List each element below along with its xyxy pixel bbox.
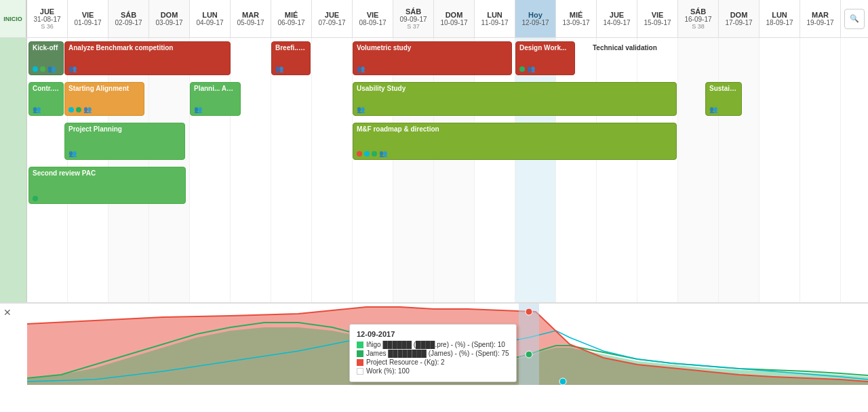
dot-green xyxy=(372,151,377,157)
task-bottom: 👥 xyxy=(275,65,307,73)
task-bottom: 👥 xyxy=(68,150,181,157)
task-bottom: 👥 xyxy=(357,150,673,157)
tooltip-row-3: Project Resource - (Kg): 2 xyxy=(357,358,509,366)
person-icon: 👥 xyxy=(68,65,77,73)
header-col-4: LUN 04-09-17 xyxy=(190,0,231,37)
header-col-14: VIE 15-09-17 xyxy=(637,0,678,37)
person-icon: 👥 xyxy=(357,106,365,113)
header-col-today: Hoy 12-09-17 xyxy=(515,0,556,37)
search-button[interactable]: 🔍 xyxy=(844,9,865,29)
header-left-cell: INICIO xyxy=(0,0,27,37)
header-col-17: LUN 18-09-17 xyxy=(760,0,800,37)
task-bottom: 👥 xyxy=(33,106,60,113)
task-title: M&F roadmap & direction xyxy=(357,125,673,133)
task-breefi-agree[interactable]: Breefi... Agree... 👥 xyxy=(271,41,311,75)
header-col-5: MAR 05-09-17 xyxy=(231,0,271,37)
today-dot-green xyxy=(526,351,532,358)
task-title: Design Work... xyxy=(519,44,571,52)
header-col-6: MIÉ 06-09-17 xyxy=(271,0,312,37)
task-usability-study[interactable]: Usability Study 👥 xyxy=(353,82,677,116)
person-icon: 👥 xyxy=(527,65,535,73)
tooltip-color-3 xyxy=(357,359,363,366)
header-col-10: DOM 10-09-17 xyxy=(434,0,475,37)
task-planni-agree[interactable]: Planni... Agree... 👥 xyxy=(190,82,241,116)
task-title: Sustai... review xyxy=(709,85,738,92)
task-sustai-review[interactable]: Sustai... review 👥 xyxy=(705,82,742,116)
tooltip-row-2: James ████████ (James) - (%) - (Spent): … xyxy=(357,350,509,357)
task-title: Contr... tradu... xyxy=(33,85,60,92)
person-icon: 👥 xyxy=(709,106,717,113)
tooltip-text-1: Iñigo ██████ (████.pre) - (%) - (Spent):… xyxy=(366,341,505,348)
task-bottom: 👥 xyxy=(68,106,140,113)
person-icon: 👥 xyxy=(68,150,77,157)
tooltip-color-4 xyxy=(357,368,363,375)
person-icon: 👥 xyxy=(275,65,283,73)
task-title: Analyze Benchmark competition xyxy=(68,44,226,52)
gantt-grid: Kick-off 👥 Analyze Benchmark competition… xyxy=(27,38,868,302)
task-title: Second review PAC xyxy=(33,169,182,177)
tooltip-text-4: Work (%): 100 xyxy=(366,367,410,375)
task-kick-off[interactable]: Kick-off 👥 xyxy=(28,41,64,75)
header-col-15: SÁB 16-09-17 S 38 xyxy=(678,0,719,37)
dot-green xyxy=(519,66,525,72)
task-title: Kick-off xyxy=(33,44,60,52)
header-col-18: MAR 19-09-17 xyxy=(800,0,841,37)
resource-chart: ✕ 12-09-2017 Iñig xyxy=(0,302,868,412)
dot-teal xyxy=(33,66,38,72)
dot-green xyxy=(33,196,38,201)
task-title: Planni... Agree... xyxy=(194,85,237,92)
header-col-1: VIE 01-09-17 xyxy=(68,0,108,37)
task-bottom: 👥 xyxy=(709,106,738,113)
header-col-0: JUE 31-08-17 S 36 xyxy=(27,0,68,37)
task-title: Project Planning xyxy=(68,125,181,133)
inicio-label: INICIO xyxy=(3,16,22,22)
task-bottom: 👥 xyxy=(519,65,571,73)
header-col-13: JUE 14-09-17 xyxy=(597,0,637,37)
resource-chart-inner: ✕ 12-09-2017 Iñig xyxy=(0,304,868,412)
person-icon: 👥 xyxy=(83,106,92,113)
tasks-layer: Kick-off 👥 Analyze Benchmark competition… xyxy=(27,38,868,302)
task-title: Breefi... Agree... xyxy=(275,44,307,52)
tooltip-row-1: Iñigo ██████ (████.pre) - (%) - (Spent):… xyxy=(357,341,509,348)
header-col-12: MIÉ 13-09-17 xyxy=(556,0,597,37)
person-icon: 👥 xyxy=(379,150,387,157)
dot-teal xyxy=(68,107,74,112)
person-icon: 👥 xyxy=(47,65,56,73)
task-bottom: 👥 xyxy=(357,106,673,113)
blue-dot xyxy=(559,378,566,385)
dot-green xyxy=(76,107,81,112)
person-icon: 👥 xyxy=(33,106,41,113)
task-title: Technical validation xyxy=(593,44,657,52)
task-title: Starting Alignment xyxy=(68,85,140,92)
tooltip-date: 12-09-2017 xyxy=(357,330,509,338)
task-second-review-pac[interactable]: Second review PAC xyxy=(28,167,186,204)
task-title: Volumetric study xyxy=(357,44,508,52)
chart-tooltip: 12-09-2017 Iñigo ██████ (████.pre) - (%)… xyxy=(349,324,517,382)
task-bottom: 👥 xyxy=(68,65,226,73)
header-col-7: JUE 07-09-17 xyxy=(312,0,353,37)
task-technical-validation: Technical validation xyxy=(590,41,726,75)
task-design-work[interactable]: Design Work... 👥 xyxy=(515,41,575,75)
task-title: Usability Study xyxy=(357,85,673,92)
task-mf-roadmap[interactable]: M&F roadmap & direction 👥 xyxy=(353,123,677,160)
tooltip-row-4: Work (%): 100 xyxy=(357,367,509,375)
tooltip-text-3: Project Resource - (Kg): 2 xyxy=(366,358,445,366)
task-contr-tradu[interactable]: Contr... tradu... 👥 xyxy=(28,82,64,116)
tooltip-color-2 xyxy=(357,350,363,357)
task-starting-alignment[interactable]: Starting Alignment 👥 xyxy=(64,82,144,116)
gantt-header: INICIO JUE 31-08-17 S 36 VIE 01-09-17 SÁ… xyxy=(0,0,868,38)
close-button[interactable]: ✕ xyxy=(3,307,12,318)
header-col-9: SÁB 09-09-17 S 37 xyxy=(393,0,434,37)
header-col-8: VIE 08-09-17 xyxy=(353,0,393,37)
task-bottom xyxy=(33,196,182,201)
dot-teal xyxy=(364,151,370,157)
today-dot-red xyxy=(526,308,532,315)
task-volumetric-study[interactable]: Volumetric study 👥 xyxy=(353,41,512,75)
task-project-planning[interactable]: Project Planning 👥 xyxy=(64,123,185,160)
task-bottom: 👥 xyxy=(33,65,60,73)
dot-green xyxy=(40,66,45,72)
search-icon: 🔍 xyxy=(850,14,859,23)
task-analyze-benchmark[interactable]: Analyze Benchmark competition 👥 xyxy=(64,41,231,75)
header-col-3: DOM 03-09-17 xyxy=(149,0,190,37)
task-bottom: 👥 xyxy=(357,65,508,73)
